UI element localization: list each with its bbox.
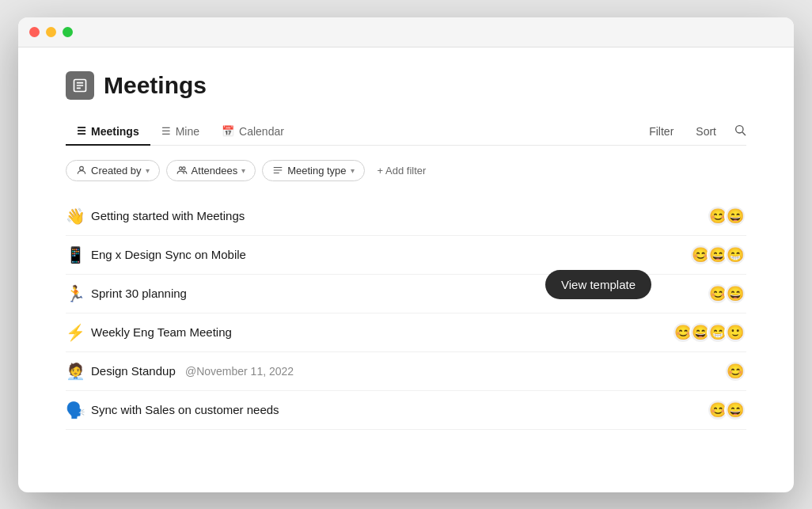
meeting-avatars: 😊 😄 [707, 205, 746, 227]
meeting-row[interactable]: 🗣️ Sync with Sales on customer needs 😊 😄 [66, 391, 746, 430]
meeting-emoji: 🏃 [66, 284, 91, 303]
search-icon[interactable] [734, 123, 746, 139]
created-by-chevron: ▾ [146, 166, 150, 175]
meeting-emoji: 🗣️ [66, 401, 91, 420]
sort-button[interactable]: Sort [691, 122, 721, 141]
meeting-row[interactable]: 🧑‍💼 Design Standup @November 11, 2022 😊 [66, 352, 746, 391]
svg-point-6 [80, 166, 84, 170]
avatar: 😄 [724, 205, 746, 227]
meeting-row[interactable]: 👋 Getting started with Meetings 😊 😄 [66, 197, 746, 236]
meeting-avatars: 😊 😄 😁 [689, 244, 746, 266]
maximize-button[interactable] [63, 27, 73, 37]
meeting-row[interactable]: 📱 Eng x Design Sync on Mobile 😊 😄 😁 [66, 236, 746, 275]
avatar: 😄 [724, 399, 746, 421]
tab-calendar-label: Calendar [239, 125, 284, 138]
meeting-name: Design Standup @November 11, 2022 [91, 364, 724, 378]
tabs-bar: ☰ Meetings ☰ Mine 📅 Calendar Filter Sort [66, 119, 746, 146]
meeting-avatars: 😊 😄 [707, 283, 746, 305]
view-template-popup[interactable]: View template [545, 270, 651, 299]
meeting-avatars: 😊 [724, 360, 746, 382]
meeting-name: Sync with Sales on customer needs [91, 403, 707, 416]
minimize-button[interactable] [46, 27, 56, 37]
add-filter-label: + Add filter [378, 165, 427, 177]
tabs-left: ☰ Meetings ☰ Mine 📅 Calendar [66, 119, 644, 145]
tab-meetings[interactable]: ☰ Meetings [66, 119, 150, 146]
meeting-name: Getting started with Meetings [91, 209, 707, 222]
filter-meeting-type[interactable]: Meeting type ▾ [262, 160, 364, 181]
meeting-row[interactable]: 🏃 Sprint 30 planning View template 😊 😄 [66, 275, 746, 313]
view-template-label: View template [561, 278, 636, 291]
app-window: Meetings ☰ Meetings ☰ Mine 📅 Calendar Fi [18, 17, 794, 492]
meeting-list: 👋 Getting started with Meetings 😊 😄 📱 En… [66, 197, 746, 430]
mine-tab-icon: ☰ [161, 125, 171, 137]
created-by-icon [76, 165, 87, 176]
add-filter-button[interactable]: + Add filter [371, 161, 433, 180]
tabs-right: Filter Sort [644, 122, 746, 141]
meeting-avatars: 😊 😄 [707, 399, 746, 421]
avatar: 😊 [724, 360, 746, 382]
tab-mine-label: Mine [176, 125, 199, 138]
meetings-tab-icon: ☰ [77, 125, 86, 137]
filter-attendees[interactable]: Attendees ▾ [166, 160, 256, 181]
tab-calendar[interactable]: 📅 Calendar [211, 119, 295, 146]
meeting-emoji: 👋 [66, 207, 91, 226]
filter-button[interactable]: Filter [644, 122, 678, 141]
attendees-icon [176, 165, 188, 176]
tab-meetings-label: Meetings [91, 125, 139, 138]
meeting-name-text: Design Standup [91, 364, 176, 378]
attendees-chevron: ▾ [241, 166, 245, 175]
meeting-row[interactable]: ⚡ Weekly Eng Team Meeting 😊 😄 😁 🙂 [66, 313, 746, 352]
svg-point-4 [736, 126, 743, 133]
tab-mine[interactable]: ☰ Mine [150, 119, 211, 146]
meeting-emoji: ⚡ [66, 323, 91, 342]
meeting-name: Eng x Design Sync on Mobile [91, 248, 689, 261]
titlebar [18, 17, 794, 47]
filter-created-by-label: Created by [91, 165, 142, 177]
avatar: 😁 [724, 244, 746, 266]
meeting-type-icon [272, 165, 283, 176]
main-content: Meetings ☰ Meetings ☰ Mine 📅 Calendar Fi [18, 47, 794, 492]
svg-point-8 [182, 167, 185, 170]
svg-point-7 [179, 167, 182, 170]
meeting-emoji: 🧑‍💼 [66, 362, 91, 381]
filter-attendees-label: Attendees [192, 165, 238, 177]
avatar: 🙂 [724, 321, 746, 344]
page-icon [66, 71, 94, 100]
close-button[interactable] [29, 27, 40, 37]
meeting-emoji: 📱 [66, 245, 91, 264]
calendar-tab-icon: 📅 [222, 125, 234, 137]
meeting-avatars: 😊 😄 😁 🙂 [672, 321, 746, 344]
page-title: Meetings [104, 72, 207, 99]
page-header: Meetings [66, 71, 746, 100]
filter-meeting-type-label: Meeting type [287, 165, 346, 177]
filters-row: Created by ▾ Attendees ▾ [66, 160, 746, 181]
filter-created-by[interactable]: Created by ▾ [66, 160, 160, 181]
avatar: 😄 [724, 283, 746, 305]
meeting-date: @November 11, 2022 [185, 365, 294, 378]
traffic-lights [29, 27, 73, 37]
meeting-name: Weekly Eng Team Meeting [91, 325, 672, 339]
svg-line-5 [742, 132, 745, 135]
meeting-type-chevron: ▾ [351, 166, 355, 175]
